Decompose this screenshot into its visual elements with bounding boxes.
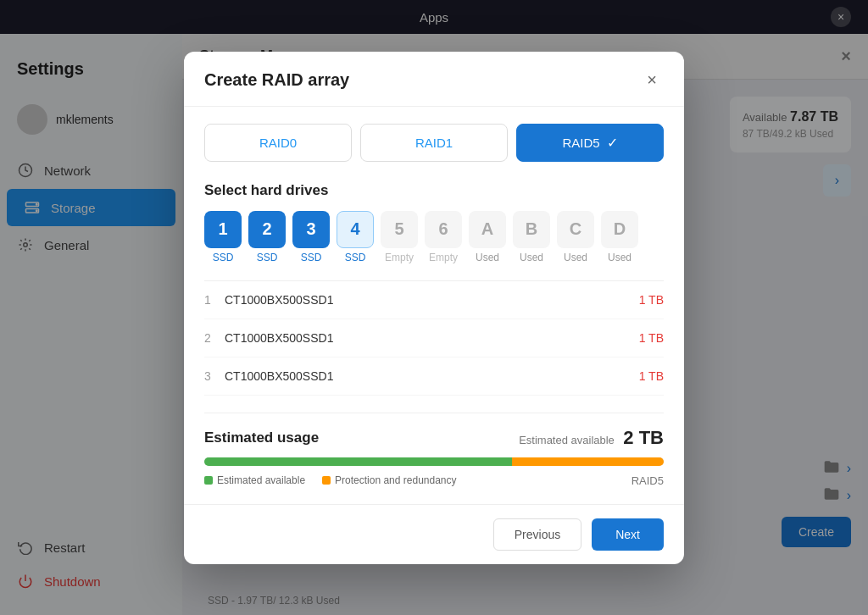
drive-label-4: SSD [345,252,366,263]
checkmark-icon: ✓ [607,135,618,151]
drive-slot-B[interactable]: B Used [513,211,550,263]
drive-label-3: SSD [301,252,322,263]
estimated-available-label: Estimated available [519,434,615,446]
legend-dot-green [204,476,213,485]
drive-row-size-2: 1 TB [639,331,664,345]
legend-dot-orange [322,476,331,485]
progress-bar [204,457,664,466]
next-button[interactable]: Next [592,518,664,551]
drive-row-name-2: CT1000BX500SSD1 [225,331,639,345]
legend-redundancy: Protection and redundancy [322,474,456,487]
drive-row-num-3: 3 [204,369,225,383]
drive-row-1: 1 CT1000BX500SSD1 1 TB [204,281,664,319]
dialog-header: Create RAID array × [184,52,684,107]
dialog-backdrop: Create RAID array × RAID0 RAID1 RAID5 ✓ … [0,0,868,615]
progress-green [204,457,512,466]
drive-label-6: Empty [429,252,458,263]
drive-num-5: 5 [381,211,418,248]
drive-num-4: 4 [337,211,374,248]
drive-num-B: B [513,211,550,248]
legend-available: Estimated available [204,474,305,487]
drive-slot-D[interactable]: D Used [601,211,638,263]
drive-num-D: D [601,211,638,248]
drive-row-3: 3 CT1000BX500SSD1 1 TB [204,357,664,396]
drive-row-size-1: 1 TB [639,293,664,307]
estimated-header: Estimated usage Estimated available 2 TB [204,427,664,449]
dialog-title: Create RAID array [204,70,349,90]
drive-row-num-1: 1 [204,293,225,307]
drive-row-name-3: CT1000BX500SSD1 [225,369,639,383]
raid-tabs: RAID0 RAID1 RAID5 ✓ [204,124,664,162]
legend-available-label: Estimated available [217,474,305,486]
estimated-available-value: 2 TB [623,427,664,448]
drive-num-3: 3 [292,211,330,248]
drive-num-C: C [557,211,594,248]
raid0-tab[interactable]: RAID0 [204,124,352,162]
progress-legend: Estimated available Protection and redun… [204,474,664,487]
raid5-tab[interactable]: RAID5 ✓ [516,124,664,162]
drive-label-5: Empty [385,252,414,263]
drive-slot-5[interactable]: 5 Empty [381,211,418,263]
progress-orange [512,457,664,466]
drive-num-1: 1 [204,211,242,248]
raid1-tab[interactable]: RAID1 [360,124,508,162]
select-drives-title: Select hard drives [204,182,664,199]
estimated-available-group: Estimated available 2 TB [519,427,664,449]
legend-redundancy-label: Protection and redundancy [335,474,456,486]
drive-row-2: 2 CT1000BX500SSD1 1 TB [204,319,664,357]
drive-slot-1[interactable]: 1 SSD [204,211,242,263]
drive-slot-C[interactable]: C Used [557,211,594,263]
create-raid-dialog: Create RAID array × RAID0 RAID1 RAID5 ✓ … [184,52,684,564]
drive-label-B: Used [520,252,543,263]
drive-slot-2[interactable]: 2 SSD [248,211,286,263]
drive-label-1: SSD [213,252,234,263]
estimated-title: Estimated usage [204,429,319,446]
estimated-section: Estimated usage Estimated available 2 TB… [204,413,664,487]
drive-slot-4[interactable]: 4 SSD [337,211,374,263]
drive-num-A: A [469,211,506,248]
previous-button[interactable]: Previous [493,518,581,551]
drive-num-2: 2 [248,211,286,248]
drive-selector: 1 SSD 2 SSD 3 SSD 4 SSD [204,211,664,263]
drive-row-name-1: CT1000BX500SSD1 [225,293,639,307]
drive-row-size-3: 1 TB [639,369,664,383]
drive-label-D: Used [608,252,632,263]
dialog-body: RAID0 RAID1 RAID5 ✓ Select hard drives 1… [184,107,684,504]
drive-label-A: Used [476,252,499,263]
drive-row-num-2: 2 [204,331,225,345]
dialog-close-button[interactable]: × [640,69,664,92]
drive-label-2: SSD [257,252,278,263]
dialog-footer: Previous Next [184,504,684,564]
drive-num-6: 6 [425,211,462,248]
drive-label-C: Used [564,252,587,263]
drive-slot-A[interactable]: A Used [469,211,506,263]
drive-slot-6[interactable]: 6 Empty [425,211,462,263]
drive-list: 1 CT1000BX500SSD1 1 TB 2 CT1000BX500SSD1… [204,280,664,396]
raid-type-label: RAID5 [632,474,664,487]
drive-slot-3[interactable]: 3 SSD [292,211,330,263]
